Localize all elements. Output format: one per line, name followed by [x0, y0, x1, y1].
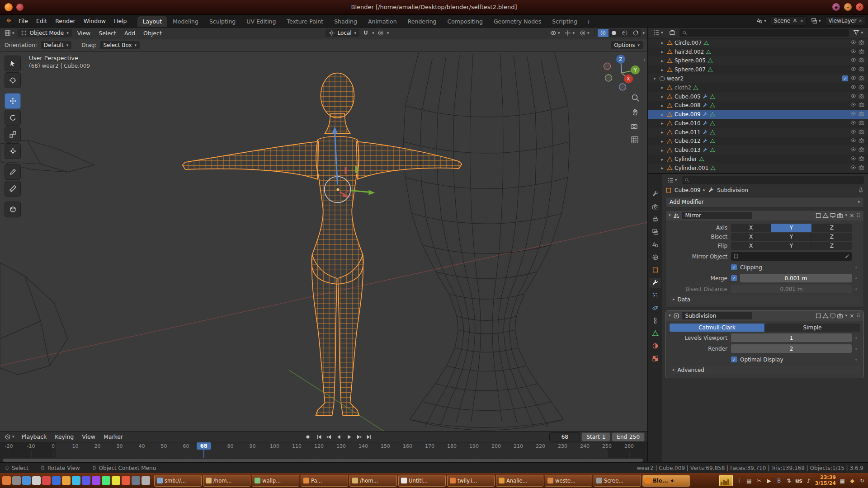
- frame-start-field[interactable]: Start 1: [581, 432, 610, 441]
- scene-selector[interactable]: Scene ×: [771, 16, 807, 26]
- hide-toggle[interactable]: [850, 111, 856, 118]
- workspace-icon[interactable]: ▦: [839, 478, 846, 484]
- scene-unlink-icon[interactable]: ×: [800, 19, 803, 23]
- drag-setting-dropdown[interactable]: Select Box▾: [100, 41, 140, 49]
- properties-editor-type-button[interactable]: ▾: [665, 176, 679, 184]
- tool-scale[interactable]: [5, 127, 21, 142]
- properties-tab-physics[interactable]: [649, 303, 661, 313]
- hide-toggle[interactable]: [850, 102, 856, 109]
- subdivision-panel-header[interactable]: ▾ Subdivision ▾ × ⠿: [666, 311, 863, 321]
- pin-icon[interactable]: [793, 19, 797, 23]
- outliner-item-sphere-007[interactable]: ▸ Sphere.007: [648, 65, 868, 74]
- clipboard-icon[interactable]: ▤: [745, 478, 753, 484]
- next-keyframe-button[interactable]: [354, 433, 364, 441]
- overlays-toggle[interactable]: ▾: [578, 29, 591, 37]
- taskbar-window-ble[interactable]: Ble...: [642, 475, 690, 487]
- render-visibility-toggle[interactable]: [859, 57, 864, 64]
- chevron-right-icon[interactable]: ▸: [660, 139, 665, 144]
- menu-edit[interactable]: Edit: [32, 15, 51, 27]
- bisect-distance-field[interactable]: 0.001 m: [731, 285, 852, 293]
- jump-to-end-button[interactable]: [364, 433, 374, 441]
- chevron-right-icon[interactable]: ▸: [660, 103, 665, 108]
- hide-toggle[interactable]: [850, 129, 856, 136]
- axis-x-button[interactable]: X: [731, 224, 771, 232]
- shading-dropdown[interactable]: ▾: [642, 31, 645, 35]
- render-visibility-toggle[interactable]: [859, 129, 864, 136]
- realtime-toggle-icon[interactable]: [830, 212, 836, 219]
- render-levels-field[interactable]: 2: [731, 344, 852, 353]
- animate-dot-icon[interactable]: [855, 359, 857, 361]
- shading-material-button[interactable]: [619, 29, 630, 37]
- taskbar-window-analie[interactable]: Analie...: [496, 475, 543, 487]
- viewport-menu-add[interactable]: Add: [120, 30, 139, 37]
- hide-toggle[interactable]: [850, 146, 856, 154]
- hide-toggle[interactable]: [850, 75, 856, 82]
- taskbar-window-untitl[interactable]: Untitl...: [398, 475, 446, 487]
- outliner-item-sphere-005[interactable]: ▸ Sphere.005: [648, 56, 868, 65]
- window-menu-button[interactable]: ◆: [832, 3, 840, 11]
- bluetooth-icon[interactable]: B: [775, 478, 783, 484]
- taskbar-window-hom[interactable]: /hom...: [349, 475, 397, 487]
- outliner-item-cube-009[interactable]: ▸ Cube.009: [648, 110, 868, 119]
- viewport-menu-view[interactable]: View: [73, 30, 95, 37]
- clipping-checkbox-row[interactable]: ✓ Clipping: [731, 264, 852, 271]
- workspace-tab-texture-paint[interactable]: Texture Paint: [281, 16, 329, 27]
- launcher-13-icon[interactable]: [122, 476, 130, 485]
- nav-axis-neg-y[interactable]: [605, 75, 612, 81]
- workspace-tab-sculpting[interactable]: Sculpting: [204, 16, 241, 27]
- shading-solid-button[interactable]: [609, 29, 619, 37]
- pin-icon[interactable]: [858, 187, 864, 193]
- flip-x-button[interactable]: X: [731, 242, 771, 250]
- outliner-item-cylinder[interactable]: ▸ Cylinder: [648, 155, 868, 164]
- transform-orientation-dropdown[interactable]: Local▾: [326, 29, 360, 37]
- ortho-grid-icon[interactable]: [632, 136, 638, 143]
- drag-handle-icon[interactable]: ⠿: [856, 212, 861, 219]
- outliner-filter-button[interactable]: ▾: [851, 28, 865, 37]
- tool-annotate[interactable]: [5, 164, 21, 180]
- tool-transform[interactable]: [5, 143, 21, 159]
- hide-toggle[interactable]: [850, 120, 856, 127]
- chevron-right-icon[interactable]: ▸: [660, 165, 665, 170]
- outliner-item-cube-010[interactable]: ▸ Cube.010: [648, 119, 868, 128]
- chevron-right-icon[interactable]: ▸: [660, 67, 665, 72]
- merge-value-field[interactable]: 0.001 m: [740, 274, 852, 282]
- launcher-5-icon[interactable]: [42, 476, 51, 485]
- outliner-item-wear2[interactable]: ▾ wear2 ✓: [648, 74, 868, 83]
- launcher-8-icon[interactable]: [72, 476, 80, 485]
- properties-tab-object-data[interactable]: [649, 328, 661, 338]
- properties-tab-material[interactable]: [649, 341, 661, 351]
- properties-tab-texture[interactable]: [649, 354, 661, 364]
- chevron-right-icon[interactable]: ▸: [660, 148, 665, 153]
- network-icon[interactable]: ⇅: [785, 478, 793, 484]
- shading-rendered-button[interactable]: [630, 29, 641, 37]
- keyboard-layout-indicator[interactable]: us: [795, 478, 802, 484]
- outliner-search-input[interactable]: [679, 29, 849, 37]
- nav-axis-neg-z[interactable]: [619, 84, 626, 90]
- mirror-object-field[interactable]: [731, 252, 852, 261]
- launcher-12-icon[interactable]: [112, 476, 120, 485]
- hide-toggle[interactable]: [850, 66, 856, 73]
- chevron-down-icon[interactable]: ▾: [669, 213, 671, 217]
- editor-type-button[interactable]: ▾: [3, 29, 16, 37]
- render-visibility-toggle[interactable]: [859, 84, 864, 91]
- animate-dot-icon[interactable]: [855, 348, 857, 350]
- chevron-down-icon[interactable]: ▾: [669, 314, 671, 318]
- properties-tab-render[interactable]: [649, 202, 661, 212]
- properties-tab-tool[interactable]: [649, 189, 661, 199]
- viewlayer-browse-button[interactable]: ▾: [809, 17, 823, 25]
- tool-cursor[interactable]: [5, 72, 21, 88]
- pan-hand-icon[interactable]: [633, 109, 637, 115]
- notification-icon[interactable]: i: [736, 478, 743, 484]
- optimal-display-checkbox[interactable]: ✓: [731, 357, 737, 362]
- chevron-right-icon[interactable]: ▸: [660, 49, 665, 54]
- breadcrumb-object[interactable]: Cube.009: [675, 187, 701, 193]
- menu-file[interactable]: File: [14, 15, 32, 27]
- workspace-tab-geometry-nodes[interactable]: Geometry Nodes: [488, 16, 547, 27]
- animate-dot-icon[interactable]: [855, 337, 857, 339]
- hide-toggle[interactable]: [850, 39, 856, 47]
- workspace-tab-rendering[interactable]: Rendering: [402, 16, 442, 27]
- bisect-x-button[interactable]: X: [731, 233, 771, 241]
- orientation-setting-dropdown[interactable]: Default▾: [41, 41, 71, 49]
- hide-toggle[interactable]: [850, 137, 856, 145]
- chevron-right-icon[interactable]: ▸: [660, 112, 665, 117]
